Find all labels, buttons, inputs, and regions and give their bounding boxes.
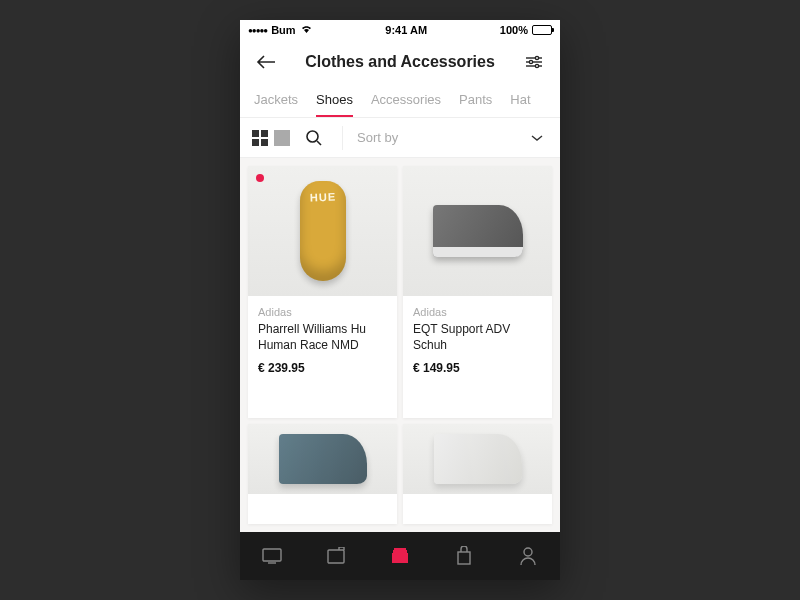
category-tabs: Jackets Shoes Accessories Pants Hat	[240, 84, 560, 118]
nav-bag[interactable]	[444, 536, 484, 576]
svg-rect-13	[394, 548, 406, 550]
svg-rect-10	[328, 550, 344, 563]
wifi-icon	[300, 24, 313, 36]
large-view-button[interactable]	[274, 130, 290, 146]
tab-shoes[interactable]: Shoes	[316, 84, 353, 117]
battery-icon	[532, 25, 552, 35]
carrier-label: Bum	[271, 24, 295, 36]
header: Clothes and Accessories	[240, 40, 560, 84]
shoe-illustration	[279, 434, 367, 484]
svg-rect-8	[263, 549, 281, 561]
product-price: € 239.95	[258, 361, 387, 375]
back-button[interactable]	[252, 48, 280, 76]
sort-dropdown[interactable]: Sort by	[357, 130, 548, 145]
tab-hats[interactable]: Hat	[510, 84, 530, 117]
svg-point-3	[529, 60, 532, 63]
shoe-illustration	[434, 434, 522, 484]
product-grid[interactable]: Adidas Pharrell Williams Hu Human Race N…	[240, 158, 560, 532]
search-button[interactable]	[300, 124, 328, 152]
sort-label: Sort by	[357, 130, 398, 145]
svg-point-1	[535, 56, 538, 59]
svg-rect-14	[458, 552, 470, 564]
divider	[342, 126, 343, 150]
tab-pants[interactable]: Pants	[459, 84, 492, 117]
status-bar: ●●●●● Bum 9:41 AM 100%	[240, 20, 560, 40]
svg-rect-11	[392, 553, 408, 563]
product-image	[248, 166, 397, 296]
chevron-down-icon	[530, 130, 544, 145]
battery-pct: 100%	[500, 24, 528, 36]
status-right: 100%	[500, 24, 552, 36]
product-name: Pharrell Williams Hu Human Race NMD	[258, 322, 387, 353]
tab-accessories[interactable]: Accessories	[371, 84, 441, 117]
new-badge-icon	[256, 174, 264, 182]
product-card[interactable]	[403, 424, 552, 524]
svg-point-15	[524, 548, 532, 556]
clock: 9:41 AM	[385, 24, 427, 36]
signal-dots-icon: ●●●●●	[248, 26, 267, 35]
phone-frame: ●●●●● Bum 9:41 AM 100% Clothes and Acces…	[240, 20, 560, 580]
nav-wallet[interactable]	[316, 536, 356, 576]
product-brand: Adidas	[258, 306, 387, 318]
product-name: EQT Support ADV Schuh	[413, 322, 542, 353]
product-image	[403, 166, 552, 296]
svg-point-5	[535, 64, 538, 67]
shoe-illustration	[300, 181, 346, 281]
nav-profile[interactable]	[508, 536, 548, 576]
svg-line-7	[317, 141, 321, 145]
product-card[interactable]: Adidas Pharrell Williams Hu Human Race N…	[248, 166, 397, 418]
view-toggle	[252, 130, 290, 146]
nav-shop[interactable]	[380, 536, 420, 576]
grid-view-button[interactable]	[252, 130, 268, 146]
product-card[interactable]	[248, 424, 397, 524]
product-price: € 149.95	[413, 361, 542, 375]
bottom-nav	[240, 532, 560, 580]
status-left: ●●●●● Bum	[248, 24, 313, 36]
shoe-illustration	[433, 205, 523, 257]
svg-rect-12	[393, 550, 407, 553]
product-image	[403, 424, 552, 494]
product-card[interactable]: Adidas EQT Support ADV Schuh € 149.95	[403, 166, 552, 418]
nav-home[interactable]	[252, 536, 292, 576]
filter-button[interactable]	[520, 48, 548, 76]
product-image	[248, 424, 397, 494]
svg-point-6	[307, 131, 318, 142]
tab-jackets[interactable]: Jackets	[254, 84, 298, 117]
toolbar: Sort by	[240, 118, 560, 158]
page-title: Clothes and Accessories	[280, 53, 520, 71]
product-brand: Adidas	[413, 306, 542, 318]
